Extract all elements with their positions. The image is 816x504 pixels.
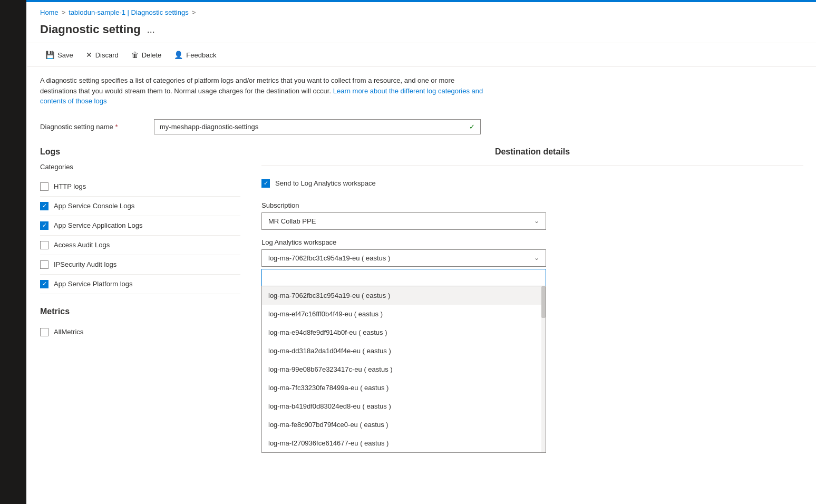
workspace-dropdown: log-ma-7062fbc31c954a19-eu ( eastus ) lo… — [261, 286, 546, 453]
workspace-group: Log Analytics workspace log-ma-7062fbc31… — [261, 238, 803, 453]
delete-label: Delete — [142, 51, 162, 59]
feedback-icon: 👤 — [174, 51, 183, 59]
scrollbar-track — [541, 286, 546, 452]
dropdown-item-ws9[interactable]: log-ma-f270936fce614677-eu ( eastus ) — [262, 434, 546, 452]
breadcrumb-home[interactable]: Home — [40, 8, 59, 16]
log-label-platform: App Service Platform logs — [54, 280, 133, 288]
checkbox-http-logs[interactable] — [40, 182, 48, 191]
subscription-select[interactable]: MR Collab PPE ⌄ — [261, 212, 546, 230]
discard-button[interactable]: ✕ Discard — [81, 47, 124, 62]
page-more-button[interactable]: ... — [147, 24, 155, 35]
destination-section: Destination details Send to Log Analytic… — [261, 147, 803, 453]
checkbox-platform-logs[interactable] — [40, 280, 48, 288]
dropdown-item-ws3[interactable]: log-ma-e94d8fe9df914b0f-eu ( eastus ) — [262, 323, 546, 342]
checkbox-ipsecurity[interactable] — [40, 260, 48, 269]
description: A diagnostic setting specifies a list of… — [27, 67, 502, 115]
page-header: Diagnostic setting ... — [27, 21, 816, 43]
workspace-select[interactable]: log-ma-7062fbc31c954a19-eu ( eastus ) ⌄ — [261, 249, 546, 267]
page-title: Diagnostic setting — [40, 23, 141, 36]
delete-button[interactable]: 🗑 Delete — [126, 47, 167, 62]
workspace-chevron-icon: ⌄ — [534, 254, 539, 261]
checkbox-access-audit[interactable] — [40, 241, 48, 249]
breadcrumb: Home > tabiodun-sample-1 | Diagnostic se… — [27, 2, 816, 21]
checkbox-log-analytics[interactable] — [261, 179, 270, 188]
checkbox-console-logs[interactable] — [40, 202, 48, 210]
subscription-label: Subscription — [261, 201, 803, 209]
subscription-chevron-icon: ⌄ — [534, 217, 539, 225]
save-icon: 💾 — [45, 51, 54, 59]
feedback-label: Feedback — [186, 51, 216, 59]
dropdown-item-ws5[interactable]: log-ma-99e08b67e323417c-eu ( eastus ) — [262, 360, 546, 379]
log-item-access: Access Audit Logs — [40, 236, 240, 255]
log-label-ipsecurity: IPSecurity Audit logs — [54, 260, 116, 268]
subscription-value: MR Collab PPE — [268, 217, 316, 225]
subscription-group: Subscription MR Collab PPE ⌄ — [261, 201, 803, 230]
log-label-http: HTTP logs — [54, 182, 86, 190]
dropdown-item-ws2[interactable]: log-ma-ef47c16fff0b4f49-eu ( eastus ) — [262, 305, 546, 323]
checkbox-allmetrics[interactable] — [40, 328, 48, 336]
log-item-console: App Service Console Logs — [40, 197, 240, 216]
log-analytics-option: Send to Log Analytics workspace — [261, 174, 803, 193]
log-item-app: App Service Application Logs — [40, 216, 240, 236]
workspace-search-input[interactable] — [261, 269, 546, 286]
metrics-title: Metrics — [40, 307, 240, 316]
dropdown-item-ws1[interactable]: log-ma-7062fbc31c954a19-eu ( eastus ) — [262, 286, 546, 305]
destination-title: Destination details — [261, 147, 803, 157]
scrollbar-thumb[interactable] — [541, 286, 546, 318]
dropdown-item-ws7[interactable]: log-ma-b419df0d83024ed8-eu ( eastus ) — [262, 397, 546, 415]
setting-name-row: Diagnostic setting name * my-meshapp-dia… — [27, 115, 816, 139]
save-button[interactable]: 💾 Save — [40, 47, 79, 62]
log-item-platform: App Service Platform logs — [40, 275, 240, 294]
workspace-label: Log Analytics workspace — [261, 238, 803, 246]
log-analytics-label: Send to Log Analytics workspace — [275, 179, 376, 187]
dropdown-item-ws6[interactable]: log-ma-7fc33230fe78499a-eu ( eastus ) — [262, 379, 546, 397]
dropdown-item-ws4[interactable]: log-ma-dd318a2da1d04f4e-eu ( eastus ) — [262, 342, 546, 360]
workspace-search-container — [261, 269, 546, 286]
breadcrumb-resource[interactable]: tabiodun-sample-1 | Diagnostic settings — [69, 8, 188, 16]
metrics-section: Metrics AllMetrics — [40, 307, 240, 342]
log-item-allmetrics: AllMetrics — [40, 323, 240, 342]
setting-name-input[interactable]: my-meshapp-diagnostic-settings ✓ — [154, 119, 481, 134]
log-label-app: App Service Application Logs — [54, 221, 142, 229]
log-label-console: App Service Console Logs — [54, 202, 134, 210]
sidebar — [0, 0, 26, 461]
check-icon: ✓ — [469, 123, 475, 131]
workspace-value: log-ma-7062fbc31c954a19-eu ( eastus ) — [268, 254, 390, 262]
breadcrumb-sep2: > — [192, 8, 196, 16]
save-label: Save — [57, 51, 73, 59]
required-marker: * — [115, 123, 118, 131]
content-area: Logs Categories HTTP logs App Service Co… — [27, 139, 816, 461]
setting-name-value: my-meshapp-diagnostic-settings — [160, 123, 258, 131]
dest-divider — [261, 165, 803, 166]
log-label-allmetrics: AllMetrics — [54, 328, 83, 336]
categories-label: Categories — [40, 163, 240, 171]
discard-icon: ✕ — [86, 51, 92, 59]
toolbar: 💾 Save ✕ Discard 🗑 Delete 👤 Feedback — [27, 43, 816, 67]
log-item-http: HTTP logs — [40, 177, 240, 197]
logs-title: Logs — [40, 147, 240, 157]
discard-label: Discard — [95, 51, 119, 59]
feedback-button[interactable]: 👤 Feedback — [169, 47, 221, 62]
log-item-ipsecurity: IPSecurity Audit logs — [40, 255, 240, 275]
breadcrumb-sep1: > — [62, 8, 66, 16]
log-label-access: Access Audit Logs — [54, 241, 110, 249]
setting-name-label: Diagnostic setting name * — [40, 123, 145, 131]
logs-section: Logs Categories HTTP logs App Service Co… — [40, 147, 240, 453]
delete-icon: 🗑 — [131, 51, 139, 59]
dropdown-item-ws8[interactable]: log-ma-fe8c907bd79f4ce0-eu ( eastus ) — [262, 415, 546, 434]
checkbox-app-logs[interactable] — [40, 221, 48, 230]
